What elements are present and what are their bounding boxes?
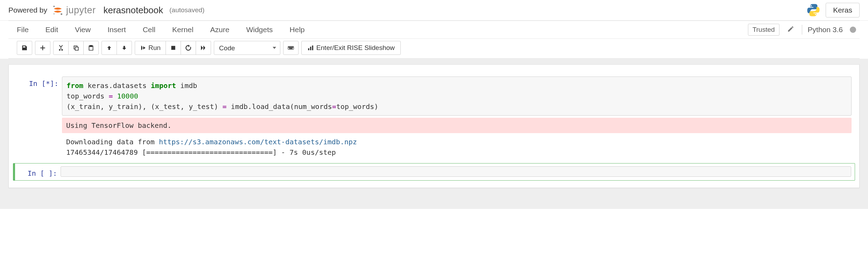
download-link[interactable]: https://s3.amazonaws.com/text-datasets/i…	[159, 138, 357, 146]
pencil-icon[interactable]	[784, 26, 798, 34]
bar-chart-icon	[307, 45, 314, 51]
svg-point-3	[811, 5, 812, 7]
add-cell-icon[interactable]	[35, 41, 50, 55]
svg-rect-15	[289, 48, 292, 49]
restart-icon[interactable]	[181, 41, 196, 55]
code-editor[interactable]: from keras.datasets import imdb top_word…	[62, 77, 852, 116]
run-all-icon[interactable]	[196, 41, 211, 55]
input-prompt: In [*]:	[16, 77, 62, 158]
menu-view[interactable]: View	[66, 21, 99, 39]
command-palette-icon[interactable]	[283, 41, 299, 55]
menu-kernel[interactable]: Kernel	[164, 21, 202, 39]
svg-rect-18	[312, 45, 313, 50]
run-button[interactable]: Run	[135, 41, 166, 55]
notebook-scroll-area[interactable]: In [*]: from keras.datasets import imdb …	[0, 59, 868, 209]
toolbar: Run Code	[8, 39, 860, 59]
svg-rect-11	[289, 47, 290, 48]
jupyter-planet-icon	[51, 4, 64, 16]
jupyter-logo[interactable]: jupyter	[51, 4, 96, 16]
svg-rect-17	[310, 47, 311, 50]
run-label: Run	[148, 44, 161, 52]
svg-rect-8	[171, 46, 175, 50]
trusted-badge[interactable]: Trusted	[748, 24, 779, 36]
move-down-icon[interactable]	[117, 41, 132, 55]
code-cell[interactable]: In [*]: from keras.datasets import imdb …	[13, 75, 855, 159]
notebook-container: In [*]: from keras.datasets import imdb …	[8, 64, 860, 188]
notebook-name[interactable]: kerasnotebook	[103, 5, 163, 16]
rise-label: Enter/Exit RISE Slideshow	[316, 44, 395, 52]
powered-by-label: Powered by	[8, 6, 47, 14]
menubar-right: Trusted Python 3.6	[748, 24, 860, 36]
menu-insert[interactable]: Insert	[99, 21, 134, 39]
cell-body: from keras.datasets import imdb top_word…	[62, 77, 852, 158]
stop-icon[interactable]	[166, 41, 181, 55]
run-group: Run	[135, 41, 211, 55]
svg-rect-10	[289, 47, 289, 48]
svg-point-0	[53, 6, 55, 7]
code-cell-selected[interactable]: In [ ]:	[13, 163, 855, 181]
menu-file[interactable]: File	[8, 21, 37, 39]
move-group	[102, 41, 132, 55]
kernel-name[interactable]: Python 3.6	[808, 26, 843, 34]
cell-type-select[interactable]: Code	[214, 41, 280, 55]
code-editor[interactable]	[61, 166, 851, 177]
svg-rect-6	[75, 47, 78, 50]
menubar-wrap: File Edit View Insert Cell Kernel Azure …	[0, 21, 868, 59]
input-prompt: In [ ]:	[17, 166, 61, 177]
output-stderr: Using TensorFlow backend.	[62, 118, 852, 133]
jupyter-word: jupyter	[66, 5, 96, 16]
rise-button[interactable]: Enter/Exit RISE Slideshow	[301, 41, 401, 55]
svg-point-4	[815, 14, 817, 15]
menu-help[interactable]: Help	[281, 21, 313, 39]
menu-widgets[interactable]: Widgets	[238, 21, 281, 39]
python-logo-icon	[806, 3, 821, 17]
header: Powered by jupyter kerasnotebook (autosa…	[0, 0, 868, 21]
autosave-status: (autosaved)	[169, 6, 204, 14]
svg-point-1	[61, 13, 62, 15]
svg-rect-13	[292, 47, 292, 48]
keras-button[interactable]: Keras	[826, 3, 860, 17]
save-icon[interactable]	[17, 41, 32, 55]
header-right: Keras	[806, 3, 860, 17]
svg-rect-12	[290, 47, 291, 48]
kernel-status-icon	[850, 27, 856, 33]
paste-icon[interactable]	[83, 41, 99, 55]
menu-edit[interactable]: Edit	[37, 21, 66, 39]
svg-rect-16	[308, 48, 309, 50]
svg-rect-7	[90, 45, 92, 46]
menubar: File Edit View Insert Cell Kernel Azure …	[8, 21, 860, 39]
svg-rect-14	[292, 47, 293, 48]
cut-icon[interactable]	[53, 41, 69, 55]
output-stdout: Downloading data from https://s3.amazona…	[62, 133, 852, 158]
svg-point-2	[54, 13, 55, 14]
copy-icon[interactable]	[68, 41, 84, 55]
edit-group	[53, 41, 99, 55]
cell-body	[61, 166, 851, 177]
move-up-icon[interactable]	[102, 41, 117, 55]
menu-azure[interactable]: Azure	[202, 21, 238, 39]
divider	[802, 25, 802, 35]
cell-type-select-wrap: Code	[214, 41, 280, 55]
menu-cell[interactable]: Cell	[134, 21, 164, 39]
